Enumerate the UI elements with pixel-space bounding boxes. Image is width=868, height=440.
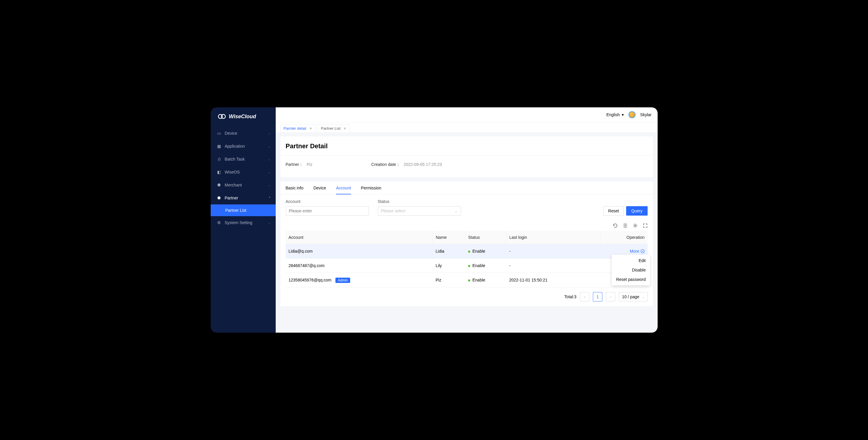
language-selector[interactable]: English ▾ <box>607 112 624 117</box>
query-button[interactable]: Query <box>626 206 647 216</box>
device-icon: ▭ <box>217 131 221 135</box>
sidebar-item-label: WiseOS <box>225 170 240 175</box>
sidebar-item-batchtask[interactable]: ⎙ Batch Task ⌄ <box>211 153 276 165</box>
chevron-down-icon: ⌄ <box>268 221 270 224</box>
close-icon[interactable]: ✕ <box>309 126 312 131</box>
cell-name: Piz <box>433 273 465 287</box>
sidebar-item-label: Merchant <box>225 183 242 187</box>
svg-point-3 <box>641 249 644 253</box>
language-label: English <box>607 112 620 117</box>
gear-icon[interactable] <box>633 223 638 228</box>
close-icon[interactable]: ✕ <box>343 126 346 131</box>
th-operation: Operation <box>600 231 648 244</box>
info-row: Partner： Piz Creation date： 2022-09-05 1… <box>280 156 653 177</box>
tab-partner-list[interactable]: Partner List ✕ <box>318 124 349 132</box>
svg-point-1 <box>221 115 225 119</box>
chevron-down-icon: ⌄ <box>268 145 270 148</box>
detail-tab-account[interactable]: Account <box>336 186 351 194</box>
th-lastlogin: Last login <box>506 231 600 244</box>
sidebar-item-label: Application <box>225 144 245 149</box>
cell-account: Lidia@q.com <box>286 244 433 258</box>
status-filter-label: Status <box>378 199 461 204</box>
cell-status: Enable <box>465 258 506 273</box>
sidebar-item-wiseos[interactable]: ◧ WiseOS ⌄ <box>211 165 276 179</box>
fullscreen-icon[interactable] <box>643 223 648 228</box>
circle-down-icon <box>641 249 645 253</box>
table-row: Lidia@q.com Lidia Enable - More Edit <box>286 244 648 258</box>
account-filter-label: Account <box>286 199 369 204</box>
cell-operation <box>600 273 648 287</box>
username: Skylar <box>640 112 652 117</box>
table-row: 12358045976@qq.com Admin Piz Enable 2022… <box>286 273 648 287</box>
sidebar-item-label: Device <box>225 131 238 135</box>
more-link[interactable]: More <box>630 249 645 254</box>
sidebar: WiseCloud ▭ Device ⌄ ▦ Application ⌄ ⎙ B… <box>211 107 276 333</box>
chevron-down-icon: ⌄ <box>642 295 644 299</box>
topbar: English ▾ Skylar <box>276 107 658 122</box>
logo: WiseCloud <box>211 107 276 125</box>
sidebar-item-application[interactable]: ▦ Application ⌄ <box>211 140 276 153</box>
refresh-icon[interactable] <box>613 223 618 228</box>
status-placeholder: Please select <box>381 209 405 213</box>
task-icon: ⎙ <box>217 157 221 161</box>
card-header: Partner Detail Partner： Piz Creation dat… <box>280 136 653 177</box>
creation-value: 2022-09-05 17:25:23 <box>404 162 442 167</box>
detail-tab-permission[interactable]: Permission <box>361 186 381 194</box>
accounts-table: Account Name Status Last login Operation… <box>286 231 648 287</box>
svg-point-2 <box>634 225 636 226</box>
avatar[interactable] <box>628 111 636 118</box>
chevron-down-icon: ⌄ <box>268 132 270 135</box>
detail-tab-device[interactable]: Device <box>313 186 326 194</box>
cell-lastlogin: - <box>506 258 600 273</box>
status-dot-icon <box>468 265 470 267</box>
tab-label: Partner List <box>321 126 340 131</box>
apps-icon: ▦ <box>217 144 221 148</box>
card-body: Basic info Device Account Permission Acc… <box>280 182 653 306</box>
total-label: Total:3 <box>564 294 577 299</box>
th-account: Account <box>286 231 433 244</box>
tab-label: Parnter detail <box>284 126 306 131</box>
gear-icon: ⚙ <box>217 221 221 225</box>
admin-badge: Admin <box>335 278 350 283</box>
cell-status: Enable <box>465 244 506 258</box>
sidebar-item-label: Batch Task <box>225 157 245 161</box>
cell-account: 12358045976@qq.com Admin <box>286 273 433 287</box>
pagination: Total:3 ‹ 1 › 10 / page ⌄ <box>280 287 653 306</box>
status-select[interactable]: Please select ⌄ <box>378 206 461 216</box>
page-1-button[interactable]: 1 <box>593 292 602 302</box>
detail-tab-basicinfo[interactable]: Basic info <box>286 186 304 194</box>
density-icon[interactable] <box>623 223 628 228</box>
partner-label: Partner： <box>286 162 303 167</box>
creation-label: Creation date： <box>371 162 400 167</box>
reset-button[interactable]: Reset <box>603 206 624 216</box>
prev-page-button[interactable]: ‹ <box>580 292 589 302</box>
page-size-select[interactable]: 10 / page ⌄ <box>619 292 647 302</box>
table-toolbar <box>280 220 653 231</box>
cell-lastlogin: 2022-11-01 15:50:21 <box>506 273 600 287</box>
next-page-button[interactable]: › <box>606 292 615 302</box>
status-dot-icon <box>468 279 470 281</box>
viewtabs: Parnter detail ✕ Partner List ✕ <box>276 122 658 132</box>
nav: ▭ Device ⌄ ▦ Application ⌄ ⎙ Batch Task … <box>211 125 276 333</box>
page-title: Partner Detail <box>280 136 653 156</box>
th-status: Status <box>465 231 506 244</box>
sidebar-subitem-partnerlist[interactable]: Partner List <box>211 205 276 216</box>
tab-partner-detail[interactable]: Parnter detail ✕ <box>280 124 315 132</box>
chevron-down-icon: ⌄ <box>268 184 270 187</box>
sidebar-item-merchant[interactable]: ⚉ Merchant ⌄ <box>211 179 276 191</box>
merchant-icon: ⚉ <box>217 183 221 187</box>
detail-tabs: Basic info Device Account Permission <box>280 182 653 194</box>
sidebar-subitem-label: Partner List <box>225 208 247 213</box>
account-input[interactable] <box>286 206 369 216</box>
cell-lastlogin: - <box>506 244 600 258</box>
main: English ▾ Skylar Parnter detail ✕ Partne… <box>276 107 658 333</box>
chevron-down-icon: ⌄ <box>268 170 270 174</box>
caret-down-icon: ▾ <box>622 112 624 117</box>
sidebar-item-systemsetting[interactable]: ⚙ System Setting ⌄ <box>211 216 276 229</box>
sidebar-item-device[interactable]: ▭ Device ⌄ <box>211 127 276 140</box>
logo-icon <box>218 113 226 120</box>
logo-text: WiseCloud <box>229 114 256 120</box>
th-name: Name <box>433 231 465 244</box>
cell-name: Lily <box>433 258 465 273</box>
sidebar-item-partner[interactable]: ⚉ Partner ˄ <box>211 191 276 205</box>
